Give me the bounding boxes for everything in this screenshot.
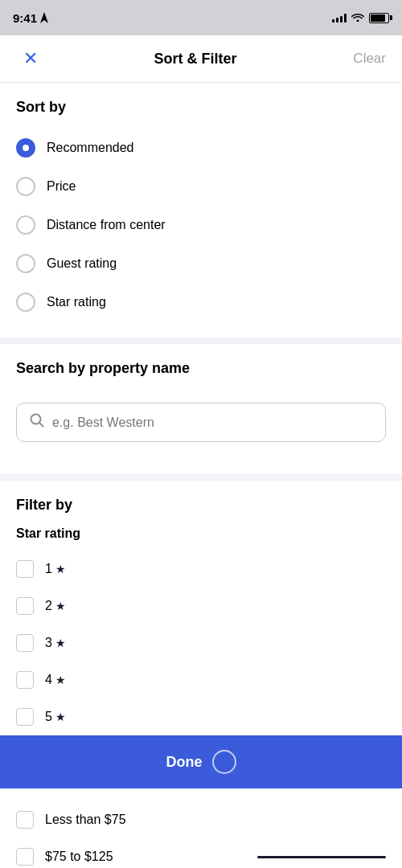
done-button[interactable]: Done [0, 735, 402, 788]
star-icon-3: ★ [55, 637, 66, 649]
star-rating-subtitle: Star rating [16, 526, 386, 541]
section-divider-2 [0, 474, 402, 481]
label-2star: 2 ★ [45, 599, 66, 613]
status-bar: 9:41 [0, 0, 402, 35]
done-label: Done [166, 754, 203, 771]
checkbox-1star[interactable] [16, 560, 34, 578]
close-button[interactable]: ✕ [16, 48, 45, 69]
price-label-row: $75 to $125 [45, 850, 386, 864]
radio-recommended[interactable] [16, 138, 35, 158]
status-icons [332, 11, 389, 24]
checkbox-5star[interactable] [16, 708, 34, 726]
label-3star: 3 ★ [45, 636, 66, 650]
label-1star: 1 ★ [45, 562, 66, 576]
header-title: Sort & Filter [154, 51, 236, 68]
sort-label-price: Price [47, 179, 76, 194]
done-circle-indicator [212, 750, 236, 774]
sort-option-distance[interactable]: Distance from center [16, 206, 386, 244]
label-less-than-75: Less than $75 [45, 813, 126, 827]
label-75-to-125: $75 to $125 [45, 850, 113, 864]
filter-3star[interactable]: 3 ★ [16, 624, 386, 661]
sort-option-recommended[interactable]: Recommended [16, 129, 386, 167]
sort-by-section: Sort by Recommended Price Distance from … [0, 83, 402, 321]
radio-price[interactable] [16, 177, 35, 196]
property-search-input[interactable] [52, 416, 372, 430]
filter-2star[interactable]: 2 ★ [16, 588, 386, 624]
sort-label-star-rating: Star rating [47, 295, 106, 309]
checkbox-4star[interactable] [16, 671, 34, 689]
battery-icon [369, 13, 389, 23]
price-filter-section: Less than $75 $75 to $125 [0, 788, 402, 868]
signal-icon [332, 13, 347, 23]
search-box[interactable] [16, 403, 386, 442]
filter-1star[interactable]: 1 ★ [16, 551, 386, 588]
filter-75-to-125[interactable]: $75 to $125 [16, 838, 386, 868]
price-bar [257, 856, 386, 858]
filter-by-section: Filter by Star rating 1 ★ 2 ★ 3 ★ [0, 481, 402, 735]
clear-button[interactable]: Clear [346, 51, 386, 67]
filter-4star[interactable]: 4 ★ [16, 661, 386, 698]
sort-option-price[interactable]: Price [16, 167, 386, 206]
checkbox-75-to-125[interactable] [16, 848, 34, 866]
navigation-arrow-icon [40, 12, 48, 23]
radio-guest-rating[interactable] [16, 254, 35, 273]
star-icon-4: ★ [55, 674, 66, 686]
sort-option-guest-rating[interactable]: Guest rating [16, 244, 386, 283]
star-icon-5: ★ [55, 710, 66, 723]
modal-content: ✕ Sort & Filter Clear Sort by Recommende… [0, 35, 402, 868]
filter-by-title: Filter by [16, 497, 386, 514]
search-container [0, 390, 402, 458]
checkbox-3star[interactable] [16, 634, 34, 652]
wifi-icon [351, 11, 364, 24]
filter-less-than-75[interactable]: Less than $75 [16, 801, 386, 838]
sort-option-star-rating[interactable]: Star rating [16, 283, 386, 321]
sort-by-title: Sort by [16, 99, 386, 116]
star-icon-2: ★ [55, 600, 66, 612]
sort-label-recommended: Recommended [47, 141, 134, 155]
search-property-title: Search by property name [16, 360, 386, 377]
header: ✕ Sort & Filter Clear [0, 35, 402, 83]
done-button-container: Done [0, 735, 402, 788]
star-icon-1: ★ [55, 563, 66, 575]
filter-5star[interactable]: 5 ★ [16, 698, 386, 735]
checkbox-2star[interactable] [16, 597, 34, 615]
sort-label-guest-rating: Guest rating [47, 256, 117, 271]
section-divider-1 [0, 338, 402, 344]
label-5star: 5 ★ [45, 710, 66, 724]
radio-star-rating[interactable] [16, 293, 35, 312]
time-display: 9:41 [13, 11, 37, 25]
checkbox-less-than-75[interactable] [16, 811, 34, 829]
search-by-property-section: Search by property name [0, 344, 402, 377]
search-icon [30, 413, 44, 432]
radio-distance[interactable] [16, 215, 35, 235]
status-time: 9:41 [13, 11, 48, 25]
label-4star: 4 ★ [45, 673, 66, 687]
sort-label-distance: Distance from center [47, 218, 166, 232]
